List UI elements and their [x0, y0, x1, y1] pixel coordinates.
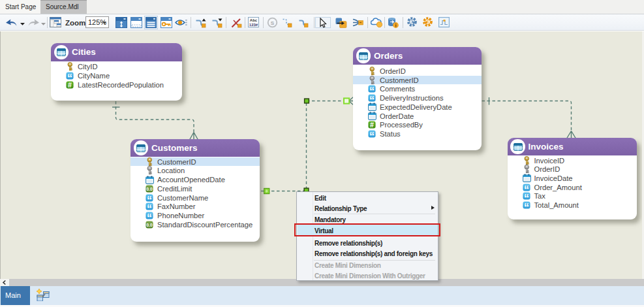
- svg-text:123#: 123#: [249, 23, 258, 27]
- svg-text:Abc: Abc: [250, 18, 258, 22]
- svg-text:S: S: [271, 20, 275, 26]
